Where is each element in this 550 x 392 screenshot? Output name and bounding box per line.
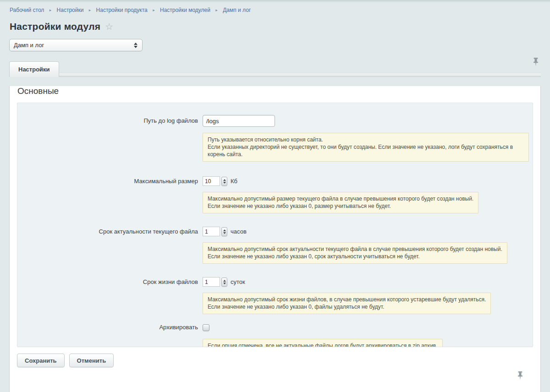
form-footer: Сохранить Отменить — [17, 354, 533, 367]
field-label: Срок актуальности текущего файла — [17, 226, 203, 276]
pin-icon[interactable] — [517, 371, 523, 381]
save-button[interactable]: Сохранить — [17, 354, 65, 367]
stepper-icon[interactable] — [221, 278, 227, 287]
breadcrumb-link-product-settings[interactable]: Настройки продукта — [96, 7, 148, 13]
form-row-log-path: Путь до log файлов Путь указывается отно… — [17, 115, 533, 175]
tab-strip — [9, 73, 541, 77]
hint-note: Максимально допустимый срок жизни файлов… — [203, 293, 491, 314]
select-arrows-icon — [134, 43, 138, 48]
actual-period-input[interactable] — [203, 227, 220, 236]
form-row-lifetime: Срок жизни файлов суток Максимально допу… — [17, 276, 533, 323]
field-label: Срок жизни файлов — [17, 276, 203, 323]
unit-label: суток — [231, 278, 245, 285]
tab-settings[interactable]: Настройки — [9, 61, 59, 77]
content-panel: Основные Путь до log файлов Путь указыва… — [9, 86, 541, 392]
hint-note: Путь указывается относительно корня сайт… — [203, 133, 529, 162]
cancel-button[interactable]: Отменить — [69, 354, 114, 367]
top-shade — [0, 0, 550, 3]
field-label: Архивировать — [17, 323, 203, 347]
unit-label: часов — [231, 228, 247, 235]
breadcrumb-separator-icon: ▸ — [215, 8, 218, 12]
unit-label: Кб — [231, 178, 237, 185]
form-row-archive: Архивировать Если опция отмечена, все не… — [17, 323, 533, 347]
log-path-input[interactable] — [203, 115, 275, 127]
settings-form: Путь до log файлов Путь указывается отно… — [17, 103, 533, 347]
breadcrumb-link-module-settings[interactable]: Настройки модулей — [160, 7, 210, 13]
breadcrumb-link-desktop[interactable]: Рабочий стол — [10, 7, 44, 13]
breadcrumb-separator-icon: ▸ — [50, 8, 52, 12]
archive-checkbox[interactable] — [203, 324, 209, 331]
page-title: Настройки модуля — [10, 21, 100, 32]
hint-note: Максимально допустимый срок актуальности… — [203, 242, 507, 264]
form-row-max-size: Максимальный размер Кб Максимально допус… — [17, 175, 533, 226]
tab-bar: Настройки — [9, 57, 541, 77]
breadcrumb-link-settings[interactable]: Настройки — [57, 7, 84, 13]
field-label: Путь до log файлов — [17, 115, 203, 175]
lifetime-input[interactable] — [203, 277, 220, 287]
pin-icon[interactable] — [533, 58, 539, 67]
hint-note: Если опция отмечена, все не актуальные ф… — [203, 339, 443, 347]
module-select[interactable]: Дамп и лог — [9, 39, 143, 51]
breadcrumb-link-dump-log[interactable]: Дамп и лог — [223, 7, 251, 13]
tab-settings-label: Настройки — [18, 66, 50, 73]
stepper-icon[interactable] — [221, 227, 227, 236]
module-select-value: Дамп и лог — [14, 42, 134, 49]
field-label: Максимальный размер — [17, 175, 203, 226]
breadcrumb: Рабочий стол ▸ Настройки ▸ Настройки про… — [10, 7, 550, 13]
max-size-input[interactable] — [203, 176, 220, 186]
section-title: Основные — [17, 86, 540, 96]
breadcrumb-separator-icon: ▸ — [89, 8, 91, 12]
breadcrumb-separator-icon: ▸ — [153, 8, 155, 12]
favorite-star-icon[interactable]: ☆ — [105, 21, 113, 32]
form-row-actual-period: Срок актуальности текущего файла часов М… — [17, 226, 533, 276]
hint-note: Максимально допустимый размер текущего ф… — [203, 192, 478, 213]
stepper-icon[interactable] — [221, 177, 227, 186]
